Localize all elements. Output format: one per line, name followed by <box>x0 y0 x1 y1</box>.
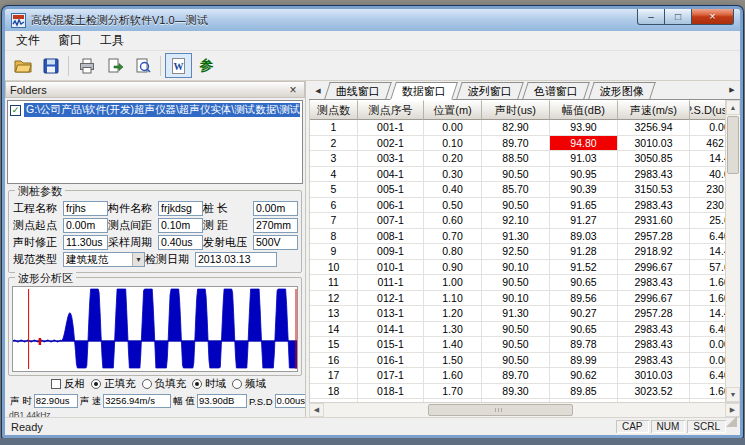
table-cell[interactable]: 0.00 <box>690 353 725 369</box>
table-cell[interactable]: 90.10 <box>482 291 550 307</box>
tree-item-checkbox[interactable]: ✓ <box>10 105 21 116</box>
table-cell[interactable]: 6 <box>310 198 358 214</box>
table-row[interactable]: 12012-11.1090.1089.562996.671.60 <box>310 291 725 307</box>
print-button[interactable] <box>73 53 100 78</box>
scroll-down-icon[interactable]: ▼ <box>726 387 740 402</box>
table-cell[interactable]: 017-1 <box>358 368 424 384</box>
table-cell[interactable]: 1.60 <box>690 275 725 291</box>
table-cell[interactable]: 008-1 <box>358 229 424 245</box>
table-row[interactable]: 14014-11.3090.5090.652983.436.40 <box>310 322 725 338</box>
column-header[interactable]: 测点序号 <box>358 100 424 120</box>
table-cell[interactable]: 1.40 <box>424 337 482 353</box>
table-cell[interactable]: 25.6 <box>690 213 725 229</box>
table-cell[interactable]: 90.50 <box>482 167 550 183</box>
table-cell[interactable]: 89.99 <box>550 353 618 369</box>
tab-scroll-left-icon[interactable]: ◀ <box>311 83 325 99</box>
table-row[interactable]: 5005-10.4085.7090.393150.53230.4 <box>310 182 725 198</box>
minimize-button[interactable]: – <box>637 8 665 25</box>
table-cell[interactable]: 90.50 <box>482 198 550 214</box>
table-cell[interactable]: 16 <box>310 353 358 369</box>
table-cell[interactable]: 1.50 <box>424 353 482 369</box>
table-row[interactable]: 6006-10.5090.5091.652983.43230.4 <box>310 198 725 214</box>
checkbox-icon[interactable] <box>51 379 61 389</box>
table-cell[interactable]: 0.60 <box>424 213 482 229</box>
radio-icon[interactable] <box>91 379 101 389</box>
table-cell[interactable]: 13 <box>310 306 358 322</box>
table-cell[interactable]: 7 <box>310 213 358 229</box>
vscroll-track[interactable] <box>726 115 740 387</box>
table-cell[interactable]: 90.50 <box>482 353 550 369</box>
table-cell[interactable]: 016-1 <box>358 353 424 369</box>
table-cell[interactable]: 011-1 <box>358 275 424 291</box>
titlebar[interactable]: 高铁混凝土检测分析软件V1.0—测试 – □ × <box>5 9 740 31</box>
table-cell[interactable]: 40.0 <box>690 167 725 183</box>
option-频域[interactable]: 频域 <box>232 377 266 391</box>
param-value-box[interactable]: 500V <box>253 235 298 250</box>
param-value-box[interactable]: 0.10m <box>158 218 203 233</box>
table-cell[interactable]: 0.10 <box>424 136 482 152</box>
table-cell[interactable]: 0.70 <box>424 229 482 245</box>
table-cell[interactable]: 91.27 <box>550 213 618 229</box>
table-cell[interactable]: 89.56 <box>550 291 618 307</box>
table-cell[interactable]: 462.4 <box>690 136 725 152</box>
table-cell[interactable]: 57.6 <box>690 260 725 276</box>
table-cell[interactable]: 3256.94 <box>618 120 690 136</box>
table-row[interactable]: 8008-10.7091.3089.032957.286.40 <box>310 229 725 245</box>
table-row[interactable]: 18018-11.7089.3089.853023.521.60 <box>310 384 725 400</box>
table-cell[interactable]: 3050.85 <box>618 151 690 167</box>
table-cell[interactable]: 14.4 <box>690 306 725 322</box>
table-cell[interactable]: 15 <box>310 337 358 353</box>
table-cell[interactable]: 002-1 <box>358 136 424 152</box>
table-cell[interactable]: 0.90 <box>424 260 482 276</box>
scroll-left-icon[interactable]: ◀ <box>309 403 324 417</box>
table-cell[interactable]: 10 <box>310 260 358 276</box>
table-cell[interactable]: 2996.67 <box>618 260 690 276</box>
open-file-button[interactable] <box>9 53 36 78</box>
table-cell[interactable]: 1.60 <box>690 384 725 400</box>
table-cell[interactable]: 89.78 <box>550 337 618 353</box>
table-row[interactable]: 15015-11.4090.5089.782983.430.00 <box>310 337 725 353</box>
table-cell[interactable]: 2957.28 <box>618 306 690 322</box>
table-cell[interactable]: 90.65 <box>550 322 618 338</box>
param-value-box[interactable]: 11.30us <box>63 235 108 250</box>
tree-item[interactable]: ✓ G:\公司产品\软件(开发)超声仪器\超声仪实体\测试数据\测试\cd\p0… <box>10 103 300 117</box>
radio-icon[interactable] <box>192 379 202 389</box>
table-cell[interactable]: 89.70 <box>482 136 550 152</box>
table-cell[interactable]: 1.10 <box>424 291 482 307</box>
table-cell[interactable]: 94.80 <box>550 136 618 152</box>
table-cell[interactable]: 1.00 <box>424 275 482 291</box>
close-button[interactable]: × <box>692 8 734 25</box>
column-header[interactable]: 声速(m/s) <box>618 100 690 120</box>
tab-色谱窗口[interactable]: 色谱窗口 <box>522 82 590 99</box>
table-vscrollbar[interactable]: ▲ ▼ <box>725 100 740 402</box>
table-cell[interactable]: 85.70 <box>482 182 550 198</box>
table-cell[interactable]: 82.90 <box>482 120 550 136</box>
vscroll-thumb[interactable] <box>727 116 739 174</box>
table-cell[interactable]: 0.00 <box>690 120 725 136</box>
table-cell[interactable]: 230.4 <box>690 182 725 198</box>
radio-icon[interactable] <box>232 379 242 389</box>
table-cell[interactable]: 2931.60 <box>618 213 690 229</box>
param-value-box[interactable]: 0.40us <box>158 235 203 250</box>
column-header[interactable]: 幅值(dB) <box>550 100 618 120</box>
table-cell[interactable]: 93.90 <box>550 120 618 136</box>
table-cell[interactable]: 17 <box>310 368 358 384</box>
table-cell[interactable]: 1.30 <box>424 322 482 338</box>
table-cell[interactable]: 18 <box>310 384 358 400</box>
table-cell[interactable]: 009-1 <box>358 244 424 260</box>
scroll-up-icon[interactable]: ▲ <box>726 100 740 115</box>
table-cell[interactable]: 1.60 <box>424 368 482 384</box>
table-cell[interactable]: 005-1 <box>358 182 424 198</box>
dropdown-arrow-icon[interactable]: ▾ <box>132 253 144 266</box>
table-cell[interactable]: 91.28 <box>550 244 618 260</box>
table-cell[interactable]: 11 <box>310 275 358 291</box>
table-cell[interactable]: 012-1 <box>358 291 424 307</box>
table-cell[interactable]: 9 <box>310 244 358 260</box>
table-cell[interactable]: 90.50 <box>482 322 550 338</box>
table-cell[interactable]: 2983.43 <box>618 322 690 338</box>
table-cell[interactable]: 0.20 <box>424 151 482 167</box>
table-cell[interactable]: 88.50 <box>482 151 550 167</box>
table-row[interactable]: 3003-10.2088.5091.033050.8514.4 <box>310 151 725 167</box>
table-cell[interactable]: 91.30 <box>482 306 550 322</box>
table-cell[interactable]: 0.00 <box>424 120 482 136</box>
